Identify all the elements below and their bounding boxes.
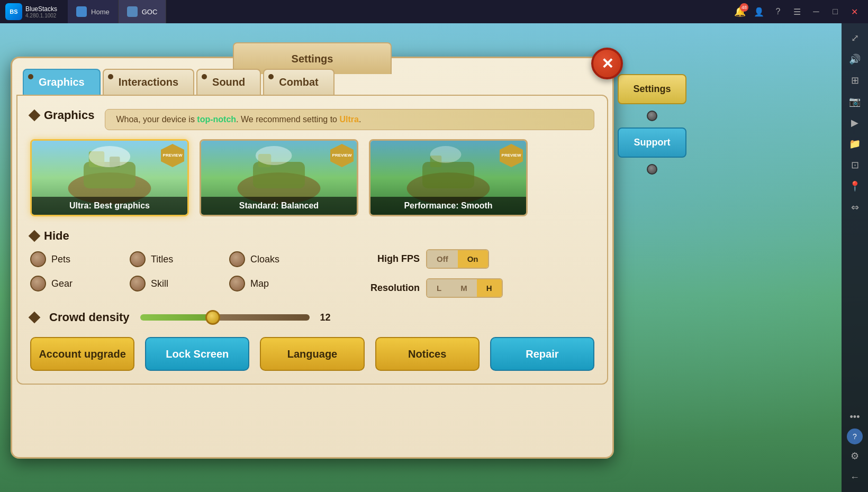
tab-goc[interactable]: GOC bbox=[119, 0, 167, 23]
skill-checkbox[interactable] bbox=[130, 276, 146, 291]
pets-label: Pets bbox=[51, 254, 70, 265]
graphics-section-title: Graphics bbox=[44, 108, 94, 122]
gear-label: Gear bbox=[51, 278, 73, 289]
high-fps-label: High FPS bbox=[367, 253, 420, 265]
crowd-label: Crowd density bbox=[49, 311, 130, 324]
resolution-m-button[interactable]: M bbox=[451, 279, 477, 297]
tab-graphics-dot bbox=[28, 74, 33, 79]
tab-combat-dot bbox=[268, 74, 274, 79]
sidebar-grid-icon[interactable]: ⊞ bbox=[845, 71, 864, 90]
sidebar-video-icon[interactable]: ▶ bbox=[845, 113, 864, 132]
sidebar-camera-icon[interactable]: 📷 bbox=[845, 92, 864, 111]
resolution-l-button[interactable]: L bbox=[427, 279, 451, 297]
tab-interactions[interactable]: Interactions bbox=[103, 69, 194, 95]
help-button[interactable]: ? bbox=[771, 4, 785, 19]
map-checkbox[interactable] bbox=[229, 276, 245, 291]
tab-interactions-dot bbox=[108, 74, 113, 79]
skill-label: Skill bbox=[151, 278, 168, 289]
hide-gear[interactable]: Gear bbox=[30, 276, 125, 291]
presets-row: PREVIEW Ultra: Best graphics bbox=[30, 139, 594, 216]
sidebar-location-icon[interactable]: 📍 bbox=[845, 177, 864, 196]
side-support-button[interactable]: Support bbox=[618, 127, 686, 158]
preset-standard[interactable]: PREVIEW Standard: Balanced bbox=[200, 139, 358, 216]
svg-point-8 bbox=[256, 146, 292, 165]
window-close-button[interactable]: ✕ bbox=[847, 4, 862, 19]
hide-cloaks[interactable]: Cloaks bbox=[229, 251, 324, 267]
preset-performance-image: PREVIEW Performance: Smooth bbox=[370, 141, 526, 215]
hide-map[interactable]: Map bbox=[229, 276, 324, 291]
hide-section-title: Hide bbox=[44, 229, 69, 243]
map-label: Map bbox=[250, 278, 269, 289]
language-button[interactable]: Language bbox=[260, 337, 364, 371]
sidebar-folder-icon[interactable]: 📁 bbox=[845, 134, 864, 153]
home-tab-icon bbox=[76, 6, 87, 17]
maximize-button[interactable]: □ bbox=[828, 4, 843, 19]
resolution-toggle: L M H bbox=[426, 278, 503, 298]
side-panel: Settings Support bbox=[618, 74, 686, 177]
home-tab-label: Home bbox=[91, 8, 110, 16]
window-controls: 🔔 48 👤 ? ☰ ─ □ ✕ bbox=[733, 4, 868, 19]
settings-panel: Settings ✕ Settings Support Grap bbox=[11, 57, 614, 459]
titles-checkbox[interactable] bbox=[130, 251, 146, 267]
high-fps-toggle: Off On bbox=[426, 249, 489, 269]
hide-section-header: Hide bbox=[30, 229, 594, 243]
app-logo: BS BlueStacks 4.280.1.1002 bbox=[0, 3, 62, 20]
notices-button[interactable]: Notices bbox=[375, 337, 480, 371]
tab-graphics[interactable]: Graphics bbox=[23, 69, 101, 95]
panel-body: Graphics Whoa, your device is top-notch.… bbox=[16, 95, 608, 385]
section-diamond-icon bbox=[29, 110, 41, 122]
account-button[interactable]: 👤 bbox=[752, 4, 766, 19]
preset-ultra-label: Ultra: Best graphics bbox=[32, 197, 187, 215]
tab-home[interactable]: Home bbox=[68, 0, 119, 23]
sidebar-more-icon[interactable]: ••• bbox=[845, 407, 864, 426]
tabs-row: Graphics Interactions Sound Combat bbox=[12, 58, 612, 95]
goc-tab-icon bbox=[127, 6, 138, 17]
app-version: 4.280.1.1002 bbox=[25, 13, 57, 19]
cloaks-checkbox[interactable] bbox=[229, 251, 245, 267]
title-tab-bar: Home GOC bbox=[68, 0, 166, 23]
menu-button[interactable]: ☰ bbox=[790, 4, 804, 19]
hide-pets[interactable]: Pets bbox=[30, 251, 125, 267]
tab-sound[interactable]: Sound bbox=[196, 69, 261, 95]
titlebar: BS BlueStacks 4.280.1.1002 Home GOC 🔔 48… bbox=[0, 0, 868, 23]
repair-button[interactable]: Repair bbox=[490, 337, 594, 371]
side-settings-button[interactable]: Settings bbox=[618, 74, 686, 104]
preset-performance[interactable]: PREVIEW Performance: Smooth bbox=[369, 139, 528, 216]
minimize-button[interactable]: ─ bbox=[809, 4, 824, 19]
notification-button[interactable]: 🔔 48 bbox=[733, 4, 747, 19]
lock-screen-button[interactable]: Lock Screen bbox=[145, 337, 249, 371]
hide-titles[interactable]: Titles bbox=[130, 251, 225, 267]
close-button[interactable]: ✕ bbox=[591, 48, 623, 79]
gear-checkbox[interactable] bbox=[30, 276, 46, 291]
hide-skill[interactable]: Skill bbox=[130, 276, 225, 291]
preset-ultra[interactable]: PREVIEW Ultra: Best graphics bbox=[30, 139, 189, 216]
tab-combat[interactable]: Combat bbox=[263, 69, 334, 95]
sidebar-question-icon[interactable]: ? bbox=[847, 429, 863, 444]
slider-thumb[interactable] bbox=[205, 310, 220, 325]
sidebar-gear-icon[interactable]: ⚙ bbox=[845, 447, 864, 466]
notification-count: 48 bbox=[740, 3, 748, 12]
resolution-label: Resolution bbox=[367, 283, 420, 294]
sidebar-volume-icon[interactable]: 🔊 bbox=[845, 50, 864, 69]
titles-label: Titles bbox=[151, 254, 173, 265]
recommend-banner: Whoa, your device is top-notch. We recom… bbox=[105, 109, 594, 130]
pin-connector-2 bbox=[647, 164, 657, 175]
sidebar-resize-icon[interactable]: ⇔ bbox=[845, 198, 864, 217]
tab-sound-dot bbox=[202, 74, 207, 79]
sidebar-copy-icon[interactable]: ⊡ bbox=[845, 156, 864, 175]
right-sidebar: ⤢ 🔊 ⊞ 📷 ▶ 📁 ⊡ 📍 ⇔ ••• ? ⚙ ← bbox=[842, 23, 868, 492]
pets-checkbox[interactable] bbox=[30, 251, 46, 267]
crowd-value: 12 bbox=[320, 312, 331, 323]
account-upgrade-button[interactable]: Account upgrade bbox=[30, 337, 134, 371]
resolution-h-button[interactable]: H bbox=[477, 279, 502, 297]
fps-off-button[interactable]: Off bbox=[427, 250, 458, 268]
preset-standard-label: Standard: Balanced bbox=[201, 197, 357, 215]
preview-badge-standard: PREVIEW bbox=[330, 144, 354, 167]
sidebar-expand-icon[interactable]: ⤢ bbox=[845, 29, 864, 48]
preview-badge-ultra: PREVIEW bbox=[161, 144, 184, 167]
crowd-slider[interactable] bbox=[140, 312, 310, 323]
svg-point-4 bbox=[89, 146, 130, 167]
high-fps-row: High FPS Off On bbox=[367, 249, 503, 269]
sidebar-back-icon[interactable]: ← bbox=[845, 468, 864, 487]
fps-on-button[interactable]: On bbox=[458, 250, 488, 268]
